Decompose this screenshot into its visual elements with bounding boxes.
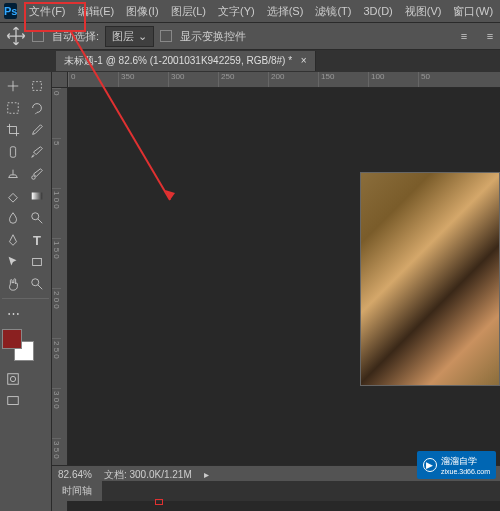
auto-select-checkbox[interactable] (32, 30, 44, 42)
svg-point-9 (10, 376, 15, 381)
edit-toolbar[interactable]: ⋯ (2, 303, 24, 323)
show-transform-label: 显示变换控件 (180, 29, 246, 44)
align-icon-2[interactable]: ≡ (480, 26, 500, 46)
svg-point-7 (32, 279, 39, 286)
quick-mask-tool[interactable] (2, 369, 24, 389)
status-arrow-icon[interactable]: ▸ (204, 469, 209, 480)
zoom-level[interactable]: 82.64% (58, 469, 92, 480)
lasso-tool[interactable] (26, 98, 48, 118)
svg-rect-10 (8, 397, 19, 405)
type-tool[interactable]: T (26, 230, 48, 250)
chevron-down-icon: ⌄ (138, 30, 147, 43)
gradient-tool[interactable] (26, 186, 48, 206)
eyedropper-tool[interactable] (26, 120, 48, 140)
history-brush-tool[interactable] (26, 164, 48, 184)
menu-view[interactable]: 视图(V) (399, 1, 448, 22)
clone-stamp-tool[interactable] (2, 164, 24, 184)
main-area: T ⋯ 0 350 300 250 (0, 72, 500, 511)
svg-rect-4 (32, 193, 43, 200)
align-icon-1[interactable]: ≡ (454, 26, 474, 46)
watermark: ▶ 溜溜自学 zixue.3d66.com (417, 451, 496, 479)
ps-logo: Ps (4, 3, 17, 19)
spot-heal-tool[interactable] (2, 142, 24, 162)
svg-rect-0 (33, 82, 42, 91)
artboard-tool[interactable] (26, 76, 48, 96)
dodge-tool[interactable] (26, 208, 48, 228)
menubar: Ps 文件(F) 编辑(E) 图像(I) 图层(L) 文字(Y) 选择(S) 滤… (0, 0, 500, 22)
show-transform-checkbox[interactable] (160, 30, 172, 42)
auto-select-label: 自动选择: (52, 29, 99, 44)
screen-mode-tool[interactable] (2, 391, 24, 411)
close-tab-icon[interactable]: × (301, 55, 307, 66)
eraser-tool[interactable] (2, 186, 24, 206)
foreground-color[interactable] (2, 329, 22, 349)
canvas-area[interactable]: 0 350 300 250 200 150 100 50 0 5 1 0 0 1… (52, 72, 500, 511)
menu-edit[interactable]: 编辑(E) (72, 1, 121, 22)
svg-point-3 (32, 176, 36, 180)
svg-rect-6 (33, 259, 42, 266)
canvas-image[interactable] (360, 172, 500, 386)
svg-rect-8 (8, 374, 19, 385)
play-icon: ▶ (423, 458, 437, 472)
panel-tabs: 时间轴 (52, 481, 500, 501)
pen-tool[interactable] (2, 230, 24, 250)
toolbox: T ⋯ (0, 72, 52, 511)
move-tool-icon (6, 26, 26, 46)
menu-3d[interactable]: 3D(D) (357, 2, 398, 20)
path-select-tool[interactable] (2, 252, 24, 272)
menu-image[interactable]: 图像(I) (120, 1, 164, 22)
rect-marquee-tool[interactable] (2, 98, 24, 118)
ruler-vertical[interactable]: 0 5 1 0 0 1 5 0 2 0 0 2 5 0 3 0 0 3 5 0 (52, 88, 68, 511)
svg-rect-2 (10, 147, 15, 158)
ruler-horizontal[interactable]: 0 350 300 250 200 150 100 50 (68, 72, 500, 88)
menu-select[interactable]: 选择(S) (261, 1, 310, 22)
svg-rect-1 (8, 103, 19, 114)
timeline-tab[interactable]: 时间轴 (52, 481, 102, 501)
options-bar: 自动选择: 图层 ⌄ 显示变换控件 ≡ ≡ (0, 22, 500, 50)
doc-size-label: 文档: (104, 469, 127, 480)
document-tab-bar: 未标题-1 @ 82.6% (1-2001031K942259, RGB/8#)… (0, 50, 500, 72)
svg-point-5 (32, 213, 39, 220)
move-tool[interactable] (2, 76, 24, 96)
menu-filter[interactable]: 滤镜(T) (309, 1, 357, 22)
brush-tool[interactable] (26, 142, 48, 162)
hand-tool[interactable] (2, 274, 24, 294)
doc-size-value: 300.0K/1.21M (129, 469, 191, 480)
menu-type[interactable]: 文字(Y) (212, 1, 261, 22)
ruler-corner (52, 72, 68, 88)
zoom-tool[interactable] (26, 274, 48, 294)
rectangle-tool[interactable] (26, 252, 48, 272)
color-swatches[interactable] (2, 329, 34, 361)
blur-tool[interactable] (2, 208, 24, 228)
auto-select-dropdown[interactable]: 图层 ⌄ (105, 26, 154, 47)
menu-file[interactable]: 文件(F) (23, 1, 71, 22)
crop-tool[interactable] (2, 120, 24, 140)
document-tab[interactable]: 未标题-1 @ 82.6% (1-2001031K942259, RGB/8#)… (56, 51, 316, 71)
menu-window[interactable]: 窗口(W) (447, 1, 499, 22)
menu-layer[interactable]: 图层(L) (165, 1, 212, 22)
